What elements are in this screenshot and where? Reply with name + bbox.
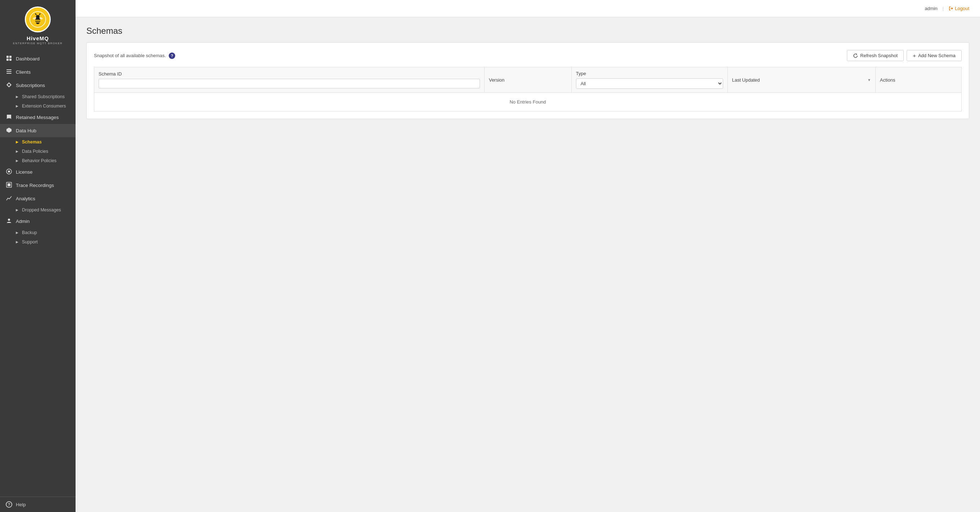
schema-id-header: Schema ID xyxy=(94,67,485,93)
svg-rect-17 xyxy=(6,73,11,74)
sidebar-item-analytics-label: Analytics xyxy=(16,196,35,201)
plus-icon: + xyxy=(913,53,916,58)
svg-rect-11 xyxy=(6,56,9,58)
user-info: admin | Logout xyxy=(924,6,969,11)
sidebar-item-retained-messages[interactable]: Retained Messages xyxy=(0,111,76,124)
schemas-table: Schema ID Version Type All xyxy=(94,67,962,111)
license-icon xyxy=(6,169,12,176)
arrow-icon: ▶ xyxy=(16,231,18,235)
refresh-button-label: Refresh Snapshot xyxy=(860,53,897,58)
schema-id-filter-input[interactable] xyxy=(99,79,480,89)
svg-point-23 xyxy=(8,219,10,221)
svg-rect-14 xyxy=(10,59,11,61)
sidebar-item-data-hub-label: Data Hub xyxy=(16,128,37,133)
schemas-card: Snapshot of all available schemas. ? Ref… xyxy=(86,43,969,119)
sidebar-item-trace-recordings[interactable]: Trace Recordings xyxy=(0,179,76,192)
svg-point-9 xyxy=(35,13,37,14)
app-subtitle: ENTERPRISE MQTT BROKER xyxy=(13,42,63,45)
sidebar-nav: Dashboard Clients Subscriptions ▶ Shared… xyxy=(0,50,76,496)
sidebar-item-dashboard[interactable]: Dashboard xyxy=(0,52,76,65)
sidebar-item-license[interactable]: License xyxy=(0,165,76,179)
snapshot-text: Snapshot of all available schemas. xyxy=(94,53,166,58)
add-new-schema-button[interactable]: + Add New Schema xyxy=(907,50,962,61)
page-content: Schemas Snapshot of all available schema… xyxy=(76,17,980,512)
sidebar-subitem-schemas[interactable]: ▶ Schemas xyxy=(0,137,76,147)
sidebar-subitem-behavior-policies[interactable]: ▶ Behavior Policies xyxy=(0,156,76,165)
main-content: admin | Logout Schemas Snapshot of all a… xyxy=(76,0,980,512)
page-title: Schemas xyxy=(86,26,969,36)
sidebar-item-trace-recordings-label: Trace Recordings xyxy=(16,183,54,188)
svg-rect-3 xyxy=(35,22,40,23)
sidebar-item-retained-messages-label: Retained Messages xyxy=(16,115,59,120)
sidebar-item-analytics[interactable]: Analytics xyxy=(0,192,76,205)
sidebar-item-admin-label: Admin xyxy=(16,219,30,224)
info-icon[interactable]: ? xyxy=(169,52,175,59)
logo-area: HiveMQ ENTERPRISE MQTT BROKER xyxy=(0,0,76,50)
extension-consumers-label: Extension Consumers xyxy=(22,103,66,109)
sidebar-footer: ? Help xyxy=(0,496,76,512)
sidebar-subitem-shared-subscriptions[interactable]: ▶ Shared Subscriptions xyxy=(0,92,76,101)
help-item[interactable]: ? Help xyxy=(6,501,70,508)
dashboard-icon xyxy=(6,55,12,62)
trace-recordings-icon xyxy=(6,182,12,189)
svg-marker-18 xyxy=(6,128,11,133)
sidebar-item-data-hub[interactable]: Data Hub xyxy=(0,124,76,137)
logout-icon xyxy=(949,6,953,11)
svg-rect-2 xyxy=(35,20,40,21)
version-header: Version xyxy=(484,67,571,93)
support-label: Support xyxy=(22,239,38,244)
sidebar-subitem-backup[interactable]: ▶ Backup xyxy=(0,228,76,237)
arrow-icon: ▶ xyxy=(16,140,18,144)
schema-id-header-label: Schema ID xyxy=(99,71,480,76)
sidebar-item-subscriptions[interactable]: Subscriptions xyxy=(0,79,76,92)
refresh-snapshot-button[interactable]: Refresh Snapshot xyxy=(847,50,904,61)
shared-subscriptions-label: Shared Subscriptions xyxy=(22,94,65,99)
empty-message: No Entries Found xyxy=(94,93,962,111)
bee-svg xyxy=(30,11,46,28)
svg-point-20 xyxy=(8,170,10,173)
refresh-icon xyxy=(853,53,858,58)
behavior-policies-label: Behavior Policies xyxy=(22,158,56,163)
empty-row: No Entries Found xyxy=(94,93,962,111)
admin-icon xyxy=(6,218,12,225)
app-name: HiveMQ xyxy=(27,35,49,41)
schemas-label: Schemas xyxy=(22,139,42,144)
username: admin xyxy=(924,6,937,11)
sidebar: HiveMQ ENTERPRISE MQTT BROKER Dashboard … xyxy=(0,0,76,512)
sidebar-subitem-support[interactable]: ▶ Support xyxy=(0,237,76,247)
sidebar-item-admin[interactable]: Admin xyxy=(0,215,76,228)
sidebar-subitem-extension-consumers[interactable]: ▶ Extension Consumers xyxy=(0,101,76,111)
sidebar-item-subscriptions-label: Subscriptions xyxy=(16,83,45,88)
sidebar-subitem-dropped-messages[interactable]: ▶ Dropped Messages xyxy=(0,205,76,215)
actions-header-label: Actions xyxy=(880,77,896,83)
svg-point-4 xyxy=(36,15,40,19)
svg-point-10 xyxy=(40,13,41,14)
logout-label: Logout xyxy=(955,6,969,11)
svg-rect-16 xyxy=(6,71,11,72)
svg-rect-13 xyxy=(6,59,9,61)
svg-rect-12 xyxy=(10,56,11,58)
sidebar-item-clients-label: Clients xyxy=(16,70,30,75)
sidebar-item-clients[interactable]: Clients xyxy=(0,65,76,79)
last-updated-header: Last Updated ▼ xyxy=(727,67,875,93)
actions-header: Actions xyxy=(875,67,961,93)
top-header: admin | Logout xyxy=(76,0,980,17)
dropped-messages-label: Dropped Messages xyxy=(22,208,61,212)
data-hub-icon xyxy=(6,127,12,134)
sidebar-subitem-data-policies[interactable]: ▶ Data Policies xyxy=(0,147,76,156)
arrow-icon: ▶ xyxy=(16,159,18,163)
svg-rect-22 xyxy=(8,183,10,186)
data-policies-label: Data Policies xyxy=(22,149,48,154)
last-updated-header-label: Last Updated xyxy=(732,77,760,83)
sidebar-item-dashboard-label: Dashboard xyxy=(16,56,40,62)
card-toolbar: Snapshot of all available schemas. ? Ref… xyxy=(94,50,962,61)
backup-label: Backup xyxy=(22,230,37,235)
logout-button[interactable]: Logout xyxy=(949,6,969,11)
add-button-label: Add New Schema xyxy=(918,53,956,58)
logo-icon xyxy=(25,6,51,32)
help-icon: ? xyxy=(6,501,12,508)
retained-messages-icon xyxy=(6,114,12,121)
svg-rect-15 xyxy=(6,70,11,70)
arrow-icon: ▶ xyxy=(16,208,18,212)
type-filter-select[interactable]: All xyxy=(576,78,723,89)
